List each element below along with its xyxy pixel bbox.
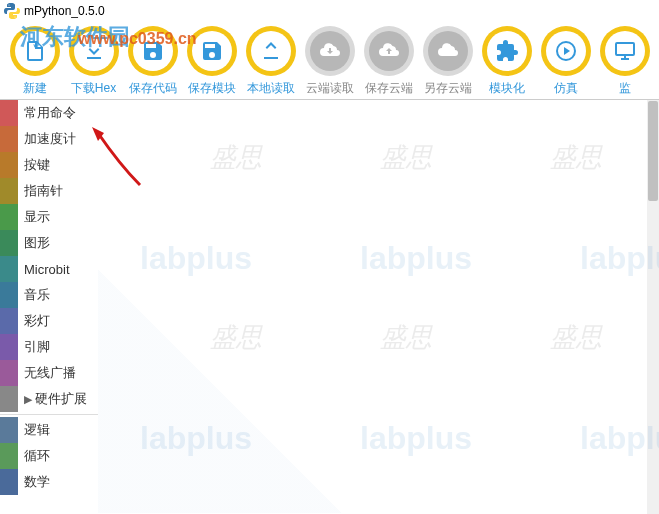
watermark-url: www.pc0359.cn [78,30,197,48]
toolbar-upload-button[interactable]: 本地读取 [242,26,299,97]
window-title: mPython_0.5.0 [24,4,105,18]
category-label: 显示 [24,208,50,226]
category-item-1[interactable]: 加速度计 [0,126,98,152]
toolbar-label: 云端读取 [306,80,354,97]
category-item-0[interactable]: 常用命令 [0,100,98,126]
category-color-swatch [0,256,18,282]
toolbar-label: 另存云端 [424,80,472,97]
vertical-scrollbar[interactable] [647,100,659,514]
category-item-10[interactable]: 无线广播 [0,360,98,386]
category-color-swatch [0,469,18,495]
toolbar-label: 新建 [23,80,47,97]
toolbar-label: 保存模块 [188,80,236,97]
cloud-down-icon [305,26,355,76]
category-label: 彩灯 [24,312,50,330]
category-label: 指南针 [24,182,63,200]
app-icon [4,3,20,19]
toolbar-label: 模块化 [489,80,525,97]
category-color-swatch [0,126,18,152]
toolbar-play-button[interactable]: 仿真 [537,26,594,97]
toolbar-label: 保存云端 [365,80,413,97]
category-label: 按键 [24,156,50,174]
upload-icon [246,26,296,76]
category-item-5[interactable]: 图形 [0,230,98,256]
category-color-swatch [0,230,18,256]
category-item-14[interactable]: 数学 [0,469,98,495]
toolbar-monitor-button[interactable]: 监 [596,26,653,97]
category-label: 常用命令 [24,104,76,122]
category-item-12[interactable]: 逻辑 [0,417,98,443]
category-label: 无线广播 [24,364,76,382]
toolbar-cloud-down-button[interactable]: 云端读取 [301,26,358,97]
category-label: 数学 [24,473,50,491]
category-label: 加速度计 [24,130,76,148]
toolbar-cloud-save-button[interactable]: 另存云端 [419,26,476,97]
category-label: 硬件扩展 [35,390,87,408]
category-item-7[interactable]: 音乐 [0,282,98,308]
toolbar-label: 本地读取 [247,80,295,97]
category-color-swatch [0,178,18,204]
category-separator [0,414,98,415]
puzzle-icon [482,26,532,76]
category-label: 循环 [24,447,50,465]
content-area: 常用命令加速度计按键指南针显示图形Microbit音乐彩灯引脚无线广播▶硬件扩展… [0,99,659,513]
category-item-3[interactable]: 指南针 [0,178,98,204]
category-label: 引脚 [24,338,50,356]
titlebar: mPython_0.5.0 [0,0,659,22]
category-item-6[interactable]: Microbit [0,256,98,282]
category-color-swatch [0,417,18,443]
category-sidebar: 常用命令加速度计按键指南针显示图形Microbit音乐彩灯引脚无线广播▶硬件扩展… [0,100,98,513]
category-color-swatch [0,308,18,334]
monitor-icon [600,26,650,76]
category-item-8[interactable]: 彩灯 [0,308,98,334]
category-item-11[interactable]: ▶硬件扩展 [0,386,98,412]
category-color-swatch [0,334,18,360]
workspace[interactable] [98,100,659,513]
toolbar-label: 保存代码 [129,80,177,97]
toolbar-label: 下载Hex [71,80,116,97]
category-item-2[interactable]: 按键 [0,152,98,178]
cloud-save-icon [423,26,473,76]
expand-icon: ▶ [24,393,32,406]
category-label: 音乐 [24,286,50,304]
category-color-swatch [0,360,18,386]
cloud-up-icon [364,26,414,76]
category-color-swatch [0,100,18,126]
category-color-swatch [0,204,18,230]
category-color-swatch [0,282,18,308]
category-label: Microbit [24,262,70,277]
play-icon [541,26,591,76]
toolbar-label: 仿真 [554,80,578,97]
category-item-9[interactable]: 引脚 [0,334,98,360]
svg-rect-1 [616,43,634,55]
toolbar-puzzle-button[interactable]: 模块化 [478,26,535,97]
category-color-swatch [0,152,18,178]
category-label: 图形 [24,234,50,252]
category-label: 逻辑 [24,421,50,439]
category-color-swatch [0,443,18,469]
scrollbar-thumb[interactable] [648,101,658,201]
toolbar-label: 监 [619,80,631,97]
category-item-4[interactable]: 显示 [0,204,98,230]
toolbar-cloud-up-button[interactable]: 保存云端 [360,26,417,97]
category-color-swatch [0,386,18,412]
category-item-13[interactable]: 循环 [0,443,98,469]
